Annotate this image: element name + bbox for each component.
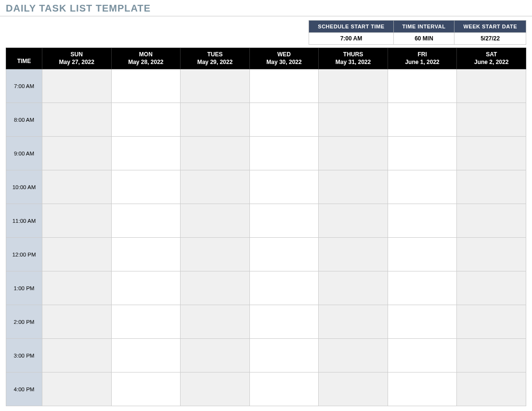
task-cell[interactable] <box>111 339 181 372</box>
task-cell[interactable] <box>388 339 457 372</box>
task-cell[interactable] <box>42 137 112 170</box>
task-cell[interactable] <box>388 271 457 305</box>
schedule-row: 2:00 PM <box>6 305 526 339</box>
task-cell[interactable] <box>457 339 526 372</box>
task-cell[interactable] <box>388 372 457 406</box>
day-label: WED <box>252 51 317 59</box>
task-cell[interactable] <box>111 238 181 271</box>
day-label: MON <box>114 51 179 59</box>
time-cell: 11:00 AM <box>6 204 42 238</box>
task-cell[interactable] <box>111 137 181 170</box>
config-value-start-time[interactable]: 7:00 AM <box>309 33 393 45</box>
time-cell: 4:00 PM <box>6 372 42 406</box>
schedule-row: 4:00 PM <box>6 372 526 406</box>
task-cell[interactable] <box>457 305 526 339</box>
task-cell[interactable] <box>181 238 250 271</box>
task-cell[interactable] <box>457 204 526 238</box>
day-label: SAT <box>459 51 524 59</box>
task-cell[interactable] <box>319 339 388 372</box>
day-header-sat: SAT June 2, 2022 <box>457 48 526 69</box>
task-cell[interactable] <box>181 339 250 372</box>
day-date: June 2, 2022 <box>459 59 524 66</box>
task-cell[interactable] <box>388 103 457 137</box>
time-cell: 8:00 AM <box>6 103 42 137</box>
task-cell[interactable] <box>42 271 112 305</box>
task-cell[interactable] <box>457 372 526 406</box>
task-cell[interactable] <box>319 69 388 103</box>
task-cell[interactable] <box>249 69 319 103</box>
schedule-section: TIME SUN May 27, 2022 MON May 28, 2022 T… <box>0 48 532 411</box>
task-cell[interactable] <box>388 137 457 170</box>
day-header-tues: TUES May 29, 2022 <box>181 48 250 69</box>
day-label: FRI <box>390 51 455 59</box>
time-cell: 7:00 AM <box>6 69 42 103</box>
task-cell[interactable] <box>42 170 112 204</box>
day-label: SUN <box>44 51 109 59</box>
task-cell[interactable] <box>388 238 457 271</box>
schedule-row: 1:00 PM <box>6 271 526 305</box>
task-cell[interactable] <box>249 170 319 204</box>
task-cell[interactable] <box>42 103 112 137</box>
task-cell[interactable] <box>457 170 526 204</box>
schedule-row: 3:00 PM <box>6 339 526 372</box>
task-cell[interactable] <box>181 372 250 406</box>
task-cell[interactable] <box>181 170 250 204</box>
day-header-thurs: THURS May 31, 2022 <box>319 48 388 69</box>
task-cell[interactable] <box>181 271 250 305</box>
task-cell[interactable] <box>319 137 388 170</box>
task-cell[interactable] <box>388 204 457 238</box>
task-cell[interactable] <box>457 103 526 137</box>
task-cell[interactable] <box>457 238 526 271</box>
task-cell[interactable] <box>457 137 526 170</box>
task-cell[interactable] <box>388 170 457 204</box>
task-cell[interactable] <box>249 137 319 170</box>
config-header-interval: TIME INTERVAL <box>393 21 454 33</box>
task-cell[interactable] <box>181 137 250 170</box>
task-cell[interactable] <box>111 271 181 305</box>
task-cell[interactable] <box>111 170 181 204</box>
task-cell[interactable] <box>181 204 250 238</box>
task-cell[interactable] <box>249 339 319 372</box>
task-cell[interactable] <box>111 69 181 103</box>
task-cell[interactable] <box>181 69 250 103</box>
task-cell[interactable] <box>181 103 250 137</box>
task-cell[interactable] <box>319 238 388 271</box>
schedule-body: 7:00 AM 8:00 AM 9:00 AM <box>6 69 526 406</box>
task-cell[interactable] <box>457 271 526 305</box>
task-cell[interactable] <box>388 305 457 339</box>
task-cell[interactable] <box>249 103 319 137</box>
task-cell[interactable] <box>181 305 250 339</box>
task-cell[interactable] <box>319 170 388 204</box>
day-date: June 1, 2022 <box>390 59 455 66</box>
task-cell[interactable] <box>111 305 181 339</box>
schedule-row: 11:00 AM <box>6 204 526 238</box>
task-cell[interactable] <box>319 372 388 406</box>
schedule-header-row: TIME SUN May 27, 2022 MON May 28, 2022 T… <box>6 48 526 69</box>
task-cell[interactable] <box>111 204 181 238</box>
time-header: TIME <box>6 48 42 69</box>
task-cell[interactable] <box>42 339 112 372</box>
day-header-sun: SUN May 27, 2022 <box>42 48 112 69</box>
schedule-table: TIME SUN May 27, 2022 MON May 28, 2022 T… <box>6 48 526 406</box>
task-cell[interactable] <box>42 238 112 271</box>
task-cell[interactable] <box>249 372 319 406</box>
task-cell[interactable] <box>42 305 112 339</box>
task-cell[interactable] <box>457 69 526 103</box>
task-cell[interactable] <box>319 103 388 137</box>
task-cell[interactable] <box>111 372 181 406</box>
task-cell[interactable] <box>42 69 112 103</box>
config-value-week-start[interactable]: 5/27/22 <box>454 33 526 45</box>
task-cell[interactable] <box>319 204 388 238</box>
task-cell[interactable] <box>249 204 319 238</box>
task-cell[interactable] <box>388 69 457 103</box>
task-cell[interactable] <box>249 238 319 271</box>
config-value-interval[interactable]: 60 MIN <box>393 33 454 45</box>
day-header-fri: FRI June 1, 2022 <box>388 48 457 69</box>
task-cell[interactable] <box>319 305 388 339</box>
task-cell[interactable] <box>249 271 319 305</box>
task-cell[interactable] <box>42 204 112 238</box>
task-cell[interactable] <box>319 271 388 305</box>
task-cell[interactable] <box>249 305 319 339</box>
task-cell[interactable] <box>42 372 112 406</box>
task-cell[interactable] <box>111 103 181 137</box>
